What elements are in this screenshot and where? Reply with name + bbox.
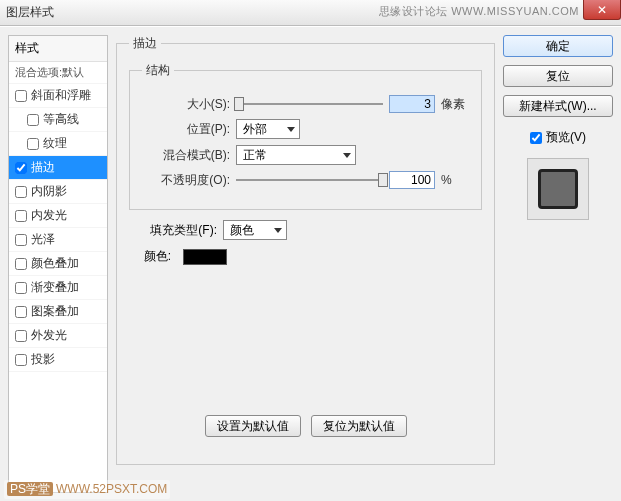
style-label: 纹理 <box>43 135 67 152</box>
style-item-10[interactable]: 外发光 <box>9 324 107 348</box>
size-input[interactable] <box>389 95 435 113</box>
style-item-11[interactable]: 投影 <box>9 348 107 372</box>
style-checkbox[interactable] <box>27 138 39 150</box>
reset-default-button[interactable]: 复位为默认值 <box>311 415 407 437</box>
watermark-text: 思缘设计论坛 WWW.MISSYUAN.COM <box>379 4 579 19</box>
style-label: 光泽 <box>31 231 55 248</box>
blend-value: 正常 <box>243 147 267 164</box>
style-item-7[interactable]: 颜色叠加 <box>9 252 107 276</box>
styles-panel: 样式 混合选项:默认 斜面和浮雕等高线纹理描边内阴影内发光光泽颜色叠加渐变叠加图… <box>8 35 108 493</box>
opacity-slider[interactable] <box>236 172 383 188</box>
style-checkbox[interactable] <box>27 114 39 126</box>
style-label: 斜面和浮雕 <box>31 87 91 104</box>
color-swatch[interactable] <box>183 249 227 265</box>
preview-square <box>538 169 578 209</box>
opacity-input[interactable] <box>389 171 435 189</box>
opacity-row: 不透明度(O): % <box>142 171 469 189</box>
style-checkbox[interactable] <box>15 90 27 102</box>
style-item-6[interactable]: 光泽 <box>9 228 107 252</box>
close-icon: ✕ <box>597 3 607 17</box>
new-style-button[interactable]: 新建样式(W)... <box>503 95 613 117</box>
preview-label: 预览(V) <box>546 129 586 146</box>
style-label: 外发光 <box>31 327 67 344</box>
stroke-group: 描边 结构 大小(S): 像素 位置(P): 外部 混 <box>116 35 495 465</box>
style-checkbox[interactable] <box>15 186 27 198</box>
style-checkbox[interactable] <box>15 162 27 174</box>
style-item-4[interactable]: 内阴影 <box>9 180 107 204</box>
ok-button[interactable]: 确定 <box>503 35 613 57</box>
style-label: 投影 <box>31 351 55 368</box>
style-item-9[interactable]: 图案叠加 <box>9 300 107 324</box>
right-panel: 确定 复位 新建样式(W)... 预览(V) <box>503 35 613 493</box>
structure-legend: 结构 <box>142 62 174 79</box>
reset-button[interactable]: 复位 <box>503 65 613 87</box>
style-label: 等高线 <box>43 111 79 128</box>
style-label: 图案叠加 <box>31 303 79 320</box>
color-row: 颜色: <box>129 248 482 265</box>
style-item-2[interactable]: 纹理 <box>9 132 107 156</box>
blend-options-item[interactable]: 混合选项:默认 <box>9 62 107 84</box>
position-select[interactable]: 外部 <box>236 119 300 139</box>
style-item-1[interactable]: 等高线 <box>9 108 107 132</box>
structure-group: 结构 大小(S): 像素 位置(P): 外部 混合模式(B): <box>129 62 482 210</box>
style-checkbox[interactable] <box>15 306 27 318</box>
position-label: 位置(P): <box>142 121 230 138</box>
close-button[interactable]: ✕ <box>583 0 621 20</box>
position-value: 外部 <box>243 121 267 138</box>
chevron-down-icon <box>274 228 282 233</box>
size-unit: 像素 <box>441 96 469 113</box>
style-label: 内阴影 <box>31 183 67 200</box>
style-item-0[interactable]: 斜面和浮雕 <box>9 84 107 108</box>
stroke-legend: 描边 <box>129 35 161 52</box>
filltype-value: 颜色 <box>230 222 254 239</box>
dialog-body: 样式 混合选项:默认 斜面和浮雕等高线纹理描边内阴影内发光光泽颜色叠加渐变叠加图… <box>0 26 621 501</box>
blend-row: 混合模式(B): 正常 <box>142 145 469 165</box>
chevron-down-icon <box>343 153 351 158</box>
style-item-5[interactable]: 内发光 <box>9 204 107 228</box>
preview-row: 预览(V) <box>503 129 613 146</box>
style-checkbox[interactable] <box>15 234 27 246</box>
style-checkbox[interactable] <box>15 330 27 342</box>
center-panel: 描边 结构 大小(S): 像素 位置(P): 外部 混 <box>116 35 495 493</box>
style-label: 描边 <box>31 159 55 176</box>
blend-label: 混合模式(B): <box>142 147 230 164</box>
preview-thumbnail <box>527 158 589 220</box>
title-bar: 图层样式 思缘设计论坛 WWW.MISSYUAN.COM ✕ <box>0 0 621 26</box>
size-slider[interactable] <box>236 96 383 112</box>
blend-select[interactable]: 正常 <box>236 145 356 165</box>
style-item-8[interactable]: 渐变叠加 <box>9 276 107 300</box>
filltype-label: 填充类型(F): <box>129 222 217 239</box>
chevron-down-icon <box>287 127 295 132</box>
window-title: 图层样式 <box>6 4 54 21</box>
opacity-label: 不透明度(O): <box>142 172 230 189</box>
styles-header[interactable]: 样式 <box>9 36 107 62</box>
style-item-3[interactable]: 描边 <box>9 156 107 180</box>
filltype-row: 填充类型(F): 颜色 <box>129 220 482 240</box>
preview-checkbox[interactable] <box>530 132 542 144</box>
style-label: 渐变叠加 <box>31 279 79 296</box>
style-label: 颜色叠加 <box>31 255 79 272</box>
default-buttons: 设置为默认值 复位为默认值 <box>129 415 482 437</box>
footer-watermark: PS学堂WWW.52PSXT.COM <box>4 480 170 499</box>
set-default-button[interactable]: 设置为默认值 <box>205 415 301 437</box>
style-checkbox[interactable] <box>15 210 27 222</box>
filltype-select[interactable]: 颜色 <box>223 220 287 240</box>
footer-tag: PS学堂 <box>7 482 53 496</box>
size-row: 大小(S): 像素 <box>142 95 469 113</box>
position-row: 位置(P): 外部 <box>142 119 469 139</box>
opacity-unit: % <box>441 173 469 187</box>
size-label: 大小(S): <box>142 96 230 113</box>
style-checkbox[interactable] <box>15 282 27 294</box>
style-checkbox[interactable] <box>15 258 27 270</box>
color-label: 颜色: <box>129 248 171 265</box>
style-label: 内发光 <box>31 207 67 224</box>
style-checkbox[interactable] <box>15 354 27 366</box>
footer-url: WWW.52PSXT.COM <box>56 482 167 496</box>
